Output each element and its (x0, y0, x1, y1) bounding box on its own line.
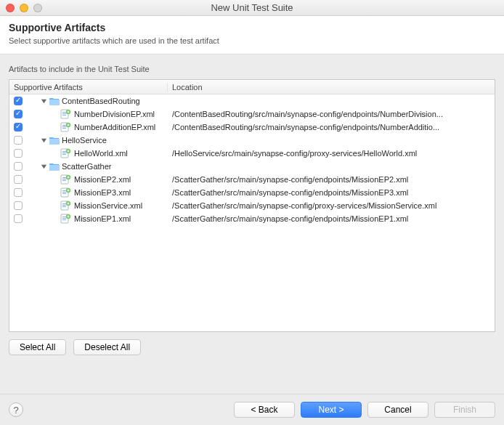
wizard-body: Artifacts to include in the Unit Test Su… (0, 54, 504, 361)
svg-rect-3 (62, 113, 66, 114)
svg-rect-7 (62, 125, 66, 126)
window-title: New Unit Test Suite (0, 2, 504, 13)
tree-row[interactable]: MissionEP3.xml/ScatterGather/src/main/sy… (9, 186, 495, 199)
file-icon (60, 174, 72, 185)
svg-rect-4 (62, 115, 66, 116)
row-location: /ScatterGather/src/main/synapse-config/e… (168, 214, 495, 223)
column-header-artifacts[interactable]: Supportive Artifacts (9, 83, 168, 92)
tree-body: ContentBasedRoutingNumberDivisionEP.xml/… (9, 94, 495, 225)
row-checkbox[interactable] (14, 136, 23, 145)
file-icon (60, 148, 72, 158)
row-label: MissionService.xml (74, 201, 142, 210)
help-button[interactable]: ? (9, 402, 23, 417)
next-button[interactable]: Next > (301, 402, 362, 418)
wizard-header: Supportive Artifacts Select supportive a… (0, 16, 504, 54)
disclosure-triangle-icon[interactable] (40, 97, 47, 105)
svg-rect-27 (62, 203, 66, 204)
svg-rect-33 (62, 218, 66, 219)
file-icon (60, 122, 72, 132)
row-label: HelloWorld.xml (74, 149, 128, 158)
row-label: MissionEP3.xml (74, 188, 131, 197)
select-all-button[interactable]: Select All (9, 339, 66, 355)
row-checkbox[interactable] (14, 162, 23, 171)
finish-button: Finish (434, 402, 495, 418)
row-checkbox[interactable] (14, 149, 23, 158)
svg-rect-24 (62, 193, 66, 194)
tree-row[interactable]: MissionEP1.xml/ScatterGather/src/main/sy… (9, 212, 495, 225)
cancel-button[interactable]: Cancel (367, 402, 428, 418)
tree-row[interactable]: MissionEP2.xml/ScatterGather/src/main/sy… (9, 173, 495, 186)
row-location: /ContentBasedRouting/src/main/synapse-co… (168, 123, 495, 131)
disclosure-triangle-icon[interactable] (40, 137, 47, 144)
svg-rect-8 (62, 126, 66, 127)
page-title: Supportive Artifacts (9, 22, 495, 33)
wizard-footer: ? < Back Next > Cancel Finish (0, 394, 504, 425)
svg-rect-9 (62, 128, 66, 129)
row-checkbox[interactable] (14, 110, 23, 118)
row-location: /ScatterGather/src/main/synapse-config/p… (168, 201, 495, 210)
folder-icon (49, 136, 60, 145)
file-icon (60, 187, 72, 198)
file-icon (60, 201, 72, 211)
row-label: MissionEP1.xml (74, 214, 131, 223)
svg-rect-12 (62, 151, 66, 152)
row-label: ScatterGather (62, 162, 111, 171)
row-label: NumberAdditionEP.xml (74, 123, 155, 131)
window-controls (0, 4, 42, 12)
row-location: /ScatterGather/src/main/synapse-config/e… (168, 175, 495, 184)
folder-icon (49, 97, 60, 105)
row-checkbox[interactable] (14, 201, 23, 210)
minimize-window-button[interactable] (20, 4, 28, 12)
artifacts-tree: Supportive Artifacts Location ContentBas… (9, 79, 495, 332)
tree-row[interactable]: ScatterGather (9, 160, 495, 173)
tree-row[interactable]: HelloService (9, 134, 495, 147)
svg-rect-29 (62, 206, 66, 207)
svg-rect-18 (62, 179, 66, 179)
row-label: MissionEP2.xml (74, 175, 131, 184)
tree-header: Supportive Artifacts Location (9, 80, 495, 94)
svg-rect-23 (62, 192, 66, 193)
svg-rect-17 (62, 177, 66, 178)
tree-row[interactable]: NumberAdditionEP.xml/ContentBasedRouting… (9, 121, 495, 134)
row-checkbox[interactable] (14, 175, 23, 184)
file-icon (60, 109, 72, 119)
svg-rect-34 (62, 219, 66, 220)
row-location: /HelloService/src/main/synapse-config/pr… (168, 149, 495, 158)
tree-row[interactable]: NumberDivisionEP.xml/ContentBasedRouting… (9, 108, 495, 121)
titlebar: New Unit Test Suite (0, 0, 504, 16)
section-label: Artifacts to include in the Unit Test Su… (9, 65, 495, 73)
zoom-window-button[interactable] (33, 4, 42, 12)
close-window-button[interactable] (6, 4, 15, 12)
svg-rect-13 (62, 153, 66, 153)
row-checkbox[interactable] (14, 188, 23, 197)
column-header-location[interactable]: Location (168, 83, 495, 92)
svg-rect-2 (62, 112, 66, 113)
row-location: /ContentBasedRouting/src/main/synapse-co… (168, 110, 495, 118)
deselect-all-button[interactable]: Deselect All (73, 339, 141, 355)
row-checkbox[interactable] (14, 97, 23, 105)
file-icon (60, 214, 72, 224)
row-label: ContentBasedRouting (62, 97, 140, 105)
back-button[interactable]: < Back (234, 402, 295, 418)
folder-icon (49, 162, 60, 171)
row-checkbox[interactable] (14, 123, 23, 131)
disclosure-triangle-icon[interactable] (40, 163, 47, 170)
tree-row[interactable]: ContentBasedRouting (9, 94, 495, 108)
row-label: HelloService (62, 136, 107, 145)
row-checkbox[interactable] (14, 214, 23, 223)
tree-row[interactable]: MissionService.xml/ScatterGather/src/mai… (9, 199, 495, 212)
selection-buttons: Select All Deselect All (9, 339, 495, 355)
row-label: NumberDivisionEP.xml (74, 110, 155, 118)
svg-rect-19 (62, 180, 66, 181)
svg-rect-32 (62, 216, 66, 217)
tree-row[interactable]: HelloWorld.xml/HelloService/src/main/syn… (9, 147, 495, 160)
svg-rect-28 (62, 205, 66, 206)
page-subtitle: Select supportive artifacts which are us… (9, 36, 495, 45)
row-location: /ScatterGather/src/main/synapse-config/e… (168, 188, 495, 197)
svg-rect-14 (62, 154, 66, 155)
svg-rect-22 (62, 190, 66, 191)
